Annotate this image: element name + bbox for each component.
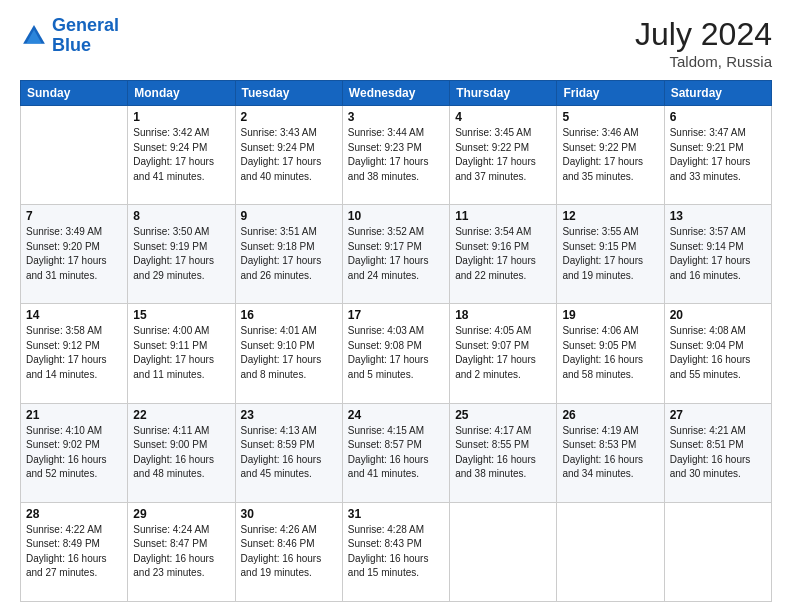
day-info: Sunrise: 4:26 AMSunset: 8:46 PMDaylight:… xyxy=(241,523,337,581)
day-number: 24 xyxy=(348,408,444,422)
logo-blue: Blue xyxy=(52,35,91,55)
day-info: Sunrise: 3:42 AMSunset: 9:24 PMDaylight:… xyxy=(133,126,229,184)
day-number: 9 xyxy=(241,209,337,223)
day-cell: 17Sunrise: 4:03 AMSunset: 9:08 PMDayligh… xyxy=(342,304,449,403)
day-cell: 24Sunrise: 4:15 AMSunset: 8:57 PMDayligh… xyxy=(342,403,449,502)
day-info: Sunrise: 4:06 AMSunset: 9:05 PMDaylight:… xyxy=(562,324,658,382)
day-info: Sunrise: 3:46 AMSunset: 9:22 PMDaylight:… xyxy=(562,126,658,184)
day-number: 22 xyxy=(133,408,229,422)
day-cell: 1Sunrise: 3:42 AMSunset: 9:24 PMDaylight… xyxy=(128,106,235,205)
day-number: 8 xyxy=(133,209,229,223)
logo-general: General xyxy=(52,15,119,35)
week-row-3: 14Sunrise: 3:58 AMSunset: 9:12 PMDayligh… xyxy=(21,304,772,403)
day-cell xyxy=(21,106,128,205)
day-info: Sunrise: 4:03 AMSunset: 9:08 PMDaylight:… xyxy=(348,324,444,382)
day-info: Sunrise: 3:51 AMSunset: 9:18 PMDaylight:… xyxy=(241,225,337,283)
title-block: July 2024 Taldom, Russia xyxy=(635,16,772,70)
day-number: 25 xyxy=(455,408,551,422)
day-info: Sunrise: 3:47 AMSunset: 9:21 PMDaylight:… xyxy=(670,126,766,184)
day-info: Sunrise: 3:52 AMSunset: 9:17 PMDaylight:… xyxy=(348,225,444,283)
day-number: 10 xyxy=(348,209,444,223)
day-cell: 20Sunrise: 4:08 AMSunset: 9:04 PMDayligh… xyxy=(664,304,771,403)
logo: General Blue xyxy=(20,16,119,56)
day-info: Sunrise: 4:11 AMSunset: 9:00 PMDaylight:… xyxy=(133,424,229,482)
day-cell: 26Sunrise: 4:19 AMSunset: 8:53 PMDayligh… xyxy=(557,403,664,502)
day-number: 11 xyxy=(455,209,551,223)
logo-text: General Blue xyxy=(52,16,119,56)
day-info: Sunrise: 4:17 AMSunset: 8:55 PMDaylight:… xyxy=(455,424,551,482)
calendar-table: SundayMondayTuesdayWednesdayThursdayFrid… xyxy=(20,80,772,602)
day-cell: 10Sunrise: 3:52 AMSunset: 9:17 PMDayligh… xyxy=(342,205,449,304)
day-number: 2 xyxy=(241,110,337,124)
day-number: 19 xyxy=(562,308,658,322)
header-cell-saturday: Saturday xyxy=(664,81,771,106)
day-info: Sunrise: 4:22 AMSunset: 8:49 PMDaylight:… xyxy=(26,523,122,581)
header-cell-wednesday: Wednesday xyxy=(342,81,449,106)
day-cell: 22Sunrise: 4:11 AMSunset: 9:00 PMDayligh… xyxy=(128,403,235,502)
day-cell: 16Sunrise: 4:01 AMSunset: 9:10 PMDayligh… xyxy=(235,304,342,403)
day-cell: 19Sunrise: 4:06 AMSunset: 9:05 PMDayligh… xyxy=(557,304,664,403)
day-number: 31 xyxy=(348,507,444,521)
week-row-2: 7Sunrise: 3:49 AMSunset: 9:20 PMDaylight… xyxy=(21,205,772,304)
day-info: Sunrise: 3:55 AMSunset: 9:15 PMDaylight:… xyxy=(562,225,658,283)
day-info: Sunrise: 4:24 AMSunset: 8:47 PMDaylight:… xyxy=(133,523,229,581)
day-cell: 14Sunrise: 3:58 AMSunset: 9:12 PMDayligh… xyxy=(21,304,128,403)
day-info: Sunrise: 4:19 AMSunset: 8:53 PMDaylight:… xyxy=(562,424,658,482)
day-info: Sunrise: 3:50 AMSunset: 9:19 PMDaylight:… xyxy=(133,225,229,283)
page: General Blue July 2024 Taldom, Russia Su… xyxy=(0,0,792,612)
day-info: Sunrise: 3:43 AMSunset: 9:24 PMDaylight:… xyxy=(241,126,337,184)
day-cell: 25Sunrise: 4:17 AMSunset: 8:55 PMDayligh… xyxy=(450,403,557,502)
day-number: 30 xyxy=(241,507,337,521)
day-cell: 15Sunrise: 4:00 AMSunset: 9:11 PMDayligh… xyxy=(128,304,235,403)
day-info: Sunrise: 4:05 AMSunset: 9:07 PMDaylight:… xyxy=(455,324,551,382)
day-cell: 12Sunrise: 3:55 AMSunset: 9:15 PMDayligh… xyxy=(557,205,664,304)
day-number: 20 xyxy=(670,308,766,322)
day-cell: 8Sunrise: 3:50 AMSunset: 9:19 PMDaylight… xyxy=(128,205,235,304)
day-cell: 3Sunrise: 3:44 AMSunset: 9:23 PMDaylight… xyxy=(342,106,449,205)
day-cell xyxy=(557,502,664,601)
day-cell: 9Sunrise: 3:51 AMSunset: 9:18 PMDaylight… xyxy=(235,205,342,304)
day-number: 28 xyxy=(26,507,122,521)
day-info: Sunrise: 4:01 AMSunset: 9:10 PMDaylight:… xyxy=(241,324,337,382)
day-cell: 23Sunrise: 4:13 AMSunset: 8:59 PMDayligh… xyxy=(235,403,342,502)
day-info: Sunrise: 3:49 AMSunset: 9:20 PMDaylight:… xyxy=(26,225,122,283)
logo-icon xyxy=(20,22,48,50)
day-number: 17 xyxy=(348,308,444,322)
day-info: Sunrise: 4:21 AMSunset: 8:51 PMDaylight:… xyxy=(670,424,766,482)
day-info: Sunrise: 4:13 AMSunset: 8:59 PMDaylight:… xyxy=(241,424,337,482)
day-number: 23 xyxy=(241,408,337,422)
day-info: Sunrise: 3:45 AMSunset: 9:22 PMDaylight:… xyxy=(455,126,551,184)
day-info: Sunrise: 4:28 AMSunset: 8:43 PMDaylight:… xyxy=(348,523,444,581)
header: General Blue July 2024 Taldom, Russia xyxy=(20,16,772,70)
header-cell-sunday: Sunday xyxy=(21,81,128,106)
day-cell: 27Sunrise: 4:21 AMSunset: 8:51 PMDayligh… xyxy=(664,403,771,502)
day-number: 14 xyxy=(26,308,122,322)
day-cell xyxy=(450,502,557,601)
day-cell: 5Sunrise: 3:46 AMSunset: 9:22 PMDaylight… xyxy=(557,106,664,205)
day-cell: 4Sunrise: 3:45 AMSunset: 9:22 PMDaylight… xyxy=(450,106,557,205)
header-cell-friday: Friday xyxy=(557,81,664,106)
day-cell: 11Sunrise: 3:54 AMSunset: 9:16 PMDayligh… xyxy=(450,205,557,304)
day-number: 16 xyxy=(241,308,337,322)
day-number: 6 xyxy=(670,110,766,124)
week-row-4: 21Sunrise: 4:10 AMSunset: 9:02 PMDayligh… xyxy=(21,403,772,502)
day-number: 12 xyxy=(562,209,658,223)
day-info: Sunrise: 3:44 AMSunset: 9:23 PMDaylight:… xyxy=(348,126,444,184)
day-number: 21 xyxy=(26,408,122,422)
day-cell: 28Sunrise: 4:22 AMSunset: 8:49 PMDayligh… xyxy=(21,502,128,601)
day-number: 26 xyxy=(562,408,658,422)
week-row-1: 1Sunrise: 3:42 AMSunset: 9:24 PMDaylight… xyxy=(21,106,772,205)
day-number: 5 xyxy=(562,110,658,124)
day-info: Sunrise: 3:58 AMSunset: 9:12 PMDaylight:… xyxy=(26,324,122,382)
day-cell xyxy=(664,502,771,601)
month-title: July 2024 xyxy=(635,16,772,53)
day-cell: 21Sunrise: 4:10 AMSunset: 9:02 PMDayligh… xyxy=(21,403,128,502)
day-cell: 31Sunrise: 4:28 AMSunset: 8:43 PMDayligh… xyxy=(342,502,449,601)
day-number: 1 xyxy=(133,110,229,124)
day-info: Sunrise: 3:54 AMSunset: 9:16 PMDaylight:… xyxy=(455,225,551,283)
day-number: 18 xyxy=(455,308,551,322)
header-cell-thursday: Thursday xyxy=(450,81,557,106)
day-cell: 6Sunrise: 3:47 AMSunset: 9:21 PMDaylight… xyxy=(664,106,771,205)
day-cell: 30Sunrise: 4:26 AMSunset: 8:46 PMDayligh… xyxy=(235,502,342,601)
day-cell: 2Sunrise: 3:43 AMSunset: 9:24 PMDaylight… xyxy=(235,106,342,205)
